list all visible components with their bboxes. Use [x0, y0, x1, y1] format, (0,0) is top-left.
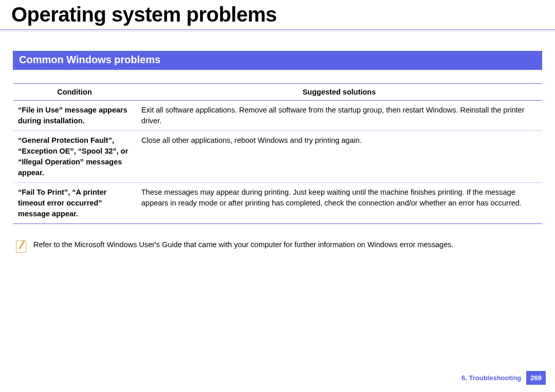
col-header-condition: Condition — [13, 84, 136, 101]
note-icon — [16, 240, 26, 253]
note: Refer to the Microsoft Windows User's Gu… — [16, 240, 542, 253]
solution-cell: Exit all software applications. Remove a… — [136, 101, 542, 131]
col-header-solutions: Suggested solutions — [136, 84, 542, 101]
footer-page-number: 269 — [526, 371, 546, 385]
table-row: “File in Use” message appears during ins… — [13, 101, 542, 131]
problems-table-wrap: Condition Suggested solutions “File in U… — [13, 83, 542, 224]
table-row: “Fail To Print”, “A printer timeout erro… — [13, 183, 542, 224]
note-text: Refer to the Microsoft Windows User's Gu… — [33, 240, 454, 249]
solution-cell: These messages may appear during printin… — [136, 183, 542, 224]
problems-table: Condition Suggested solutions “File in U… — [13, 83, 542, 224]
condition-cell: “Fail To Print”, “A printer timeout erro… — [13, 183, 136, 224]
condition-cell: “File in Use” message appears during ins… — [13, 101, 136, 131]
table-row: “General Protection Fault”, “Exception O… — [13, 131, 542, 183]
solution-cell: Close all other applications, reboot Win… — [136, 131, 542, 183]
page-footer: 6. Troubleshooting 269 — [461, 371, 546, 385]
title-divider — [0, 29, 555, 33]
footer-chapter: 6. Troubleshooting — [461, 371, 526, 385]
content-area: Common Windows problems Condition Sugges… — [0, 33, 555, 253]
section-heading: Common Windows problems — [13, 51, 542, 70]
page-title: Operating system problems — [0, 0, 555, 26]
condition-cell: “General Protection Fault”, “Exception O… — [13, 131, 136, 183]
